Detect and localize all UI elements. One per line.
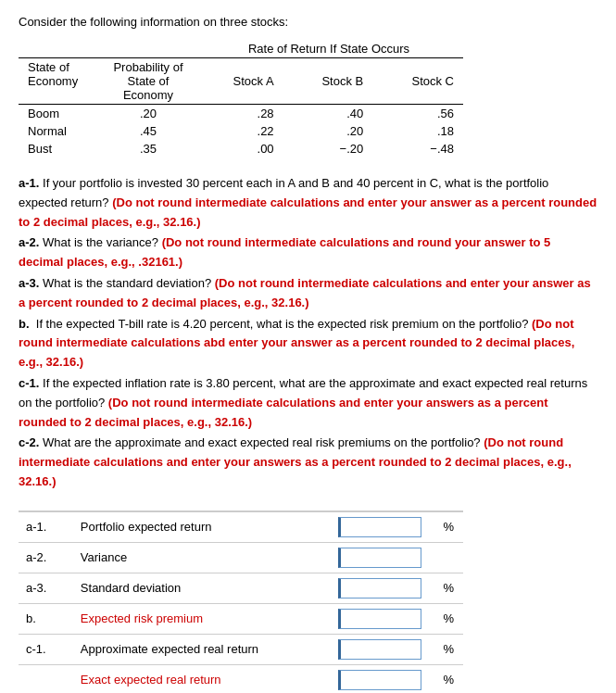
cell-stock-b: −.20	[283, 140, 373, 158]
answer-table: a-1. Portfolio expected return % a-2. Va…	[19, 510, 463, 693]
cell-stock-a: .22	[195, 122, 283, 140]
answer-label: a-2.	[19, 542, 73, 573]
answer-input-cell[interactable]	[331, 603, 435, 634]
unit-label	[435, 542, 463, 573]
q-c1-label: c-1. If the expected inflation rate is 3…	[19, 376, 587, 429]
answer-row: a-3. Standard deviation %	[19, 573, 463, 603]
cell-stock-a: .28	[195, 105, 283, 123]
cell-stock-a: .00	[195, 140, 283, 158]
th-state	[19, 40, 102, 58]
answer-desc: Exact expected real return	[73, 664, 331, 693]
table-row: Boom .20 .28 .40 .56	[19, 105, 463, 123]
answer-input-c-1-approx[interactable]	[338, 639, 421, 660]
answer-input-cell[interactable]	[331, 511, 435, 543]
cell-stock-c: .56	[372, 105, 463, 123]
cell-stock-b: .20	[283, 122, 373, 140]
cell-state: Normal	[19, 122, 102, 140]
answer-input-a-3[interactable]	[338, 578, 421, 598]
th-stock-a: Stock A	[195, 58, 283, 105]
answer-label: b.	[19, 603, 73, 634]
cell-stock-c: .18	[372, 122, 463, 140]
q-b-label: b. If the expected T-bill rate is 4.20 p…	[19, 317, 574, 370]
table-row: Bust .35 .00 −.20 −.48	[19, 140, 463, 158]
answer-desc: Expected risk premium	[73, 603, 331, 634]
th-prob-label: Probability ofState ofEconomy	[102, 58, 195, 105]
th-rate-header: Rate of Return If State Occurs	[195, 40, 463, 58]
cell-prob: .35	[102, 140, 195, 158]
cell-prob: .20	[102, 105, 195, 123]
question-a1: a-1. If your portfolio is invested 30 pe…	[19, 174, 597, 232]
answer-input-cell[interactable]	[331, 664, 435, 693]
answer-row: Exact expected real return %	[19, 664, 463, 693]
answer-desc: Standard deviation	[73, 573, 331, 603]
answer-row: c-1. Approximate expected real return %	[19, 634, 463, 664]
answer-input-a-2[interactable]	[338, 548, 421, 568]
unit-label: %	[435, 664, 463, 693]
q-c2-label: c-2. What are the approximate and exact …	[19, 435, 572, 488]
answer-row: b. Expected risk premium %	[19, 603, 463, 634]
answer-desc: Variance	[73, 542, 331, 573]
answer-label	[19, 664, 73, 693]
answer-input-cell[interactable]	[331, 573, 435, 603]
question-b: b. If the expected T-bill rate is 4.20 p…	[19, 315, 597, 372]
answer-label: a-1.	[19, 511, 73, 543]
unit-label: %	[435, 603, 463, 634]
answer-input-b[interactable]	[338, 609, 421, 629]
intro-text: Consider the following information on th…	[19, 15, 597, 29]
th-stock-b: Stock B	[283, 58, 373, 105]
answer-desc: Portfolio expected return	[73, 511, 331, 543]
unit-label: %	[435, 634, 463, 664]
questions-section: a-1. If your portfolio is invested 30 pe…	[19, 174, 597, 492]
th-prob	[102, 40, 195, 58]
q-a1-label: a-1. If your portfolio is invested 30 pe…	[19, 176, 597, 229]
answer-label: c-1.	[19, 634, 73, 664]
th-state-label: State ofEconomy	[19, 58, 102, 105]
question-a3: a-3. What is the standard deviation? (Do…	[19, 274, 597, 313]
answer-label: a-3.	[19, 573, 73, 603]
cell-stock-c: −.48	[372, 140, 463, 158]
answer-desc: Approximate expected real return	[73, 634, 331, 664]
q-a3-label: a-3. What is the standard deviation? (Do…	[19, 276, 591, 309]
th-stock-c: Stock C	[372, 58, 463, 105]
answer-input-cell[interactable]	[331, 542, 435, 573]
answer-input-cell[interactable]	[331, 634, 435, 664]
question-a2: a-2. What is the variance? (Do not round…	[19, 233, 597, 272]
answer-input-a-1[interactable]	[338, 517, 421, 537]
question-c2: c-2. What are the approximate and exact …	[19, 434, 597, 491]
cell-stock-b: .40	[283, 105, 373, 123]
answer-input-c-1-exact[interactable]	[338, 670, 421, 690]
unit-label: %	[435, 573, 463, 603]
question-c1: c-1. If the expected inflation rate is 3…	[19, 374, 597, 432]
unit-label: %	[435, 511, 463, 543]
q-a2-label: a-2. What is the variance? (Do not round…	[19, 235, 550, 269]
cell-prob: .45	[102, 122, 195, 140]
table-row: Normal .45 .22 .20 .18	[19, 122, 463, 140]
stock-data-table: Rate of Return If State Occurs State ofE…	[19, 40, 463, 158]
answer-row: a-2. Variance	[19, 542, 463, 573]
cell-state: Bust	[19, 140, 102, 158]
cell-state: Boom	[19, 105, 102, 123]
answer-row: a-1. Portfolio expected return %	[19, 511, 463, 543]
